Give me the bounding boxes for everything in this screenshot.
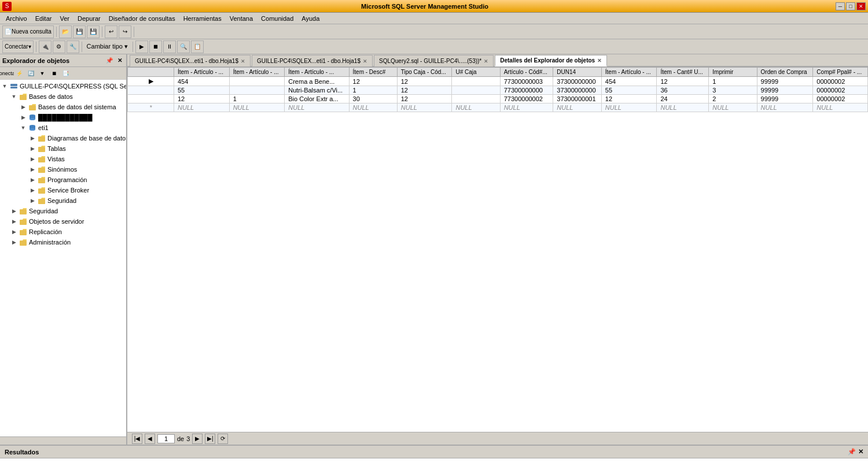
results-close-button[interactable]: ✕ [858, 448, 863, 456]
expander-eti1[interactable]: ▼ [19, 123, 28, 132]
expander-server_objects[interactable]: ▶ [9, 217, 19, 226]
tree-node-eti1[interactable]: ▼eti1 [0, 123, 126, 133]
expander-tables[interactable]: ▶ [28, 144, 37, 153]
tab-close-tab3[interactable]: ✕ [484, 58, 488, 64]
menu-ayuda[interactable]: Ayuda [298, 14, 323, 23]
redo-button[interactable]: ↪ [119, 25, 131, 38]
oe-pin-button[interactable]: 📌 [104, 57, 115, 64]
nav-next-button[interactable]: ▶ [192, 434, 203, 444]
tree-node-security_db[interactable]: ▶Seguridad [0, 195, 126, 206]
tree-node-dbs[interactable]: ▼Bases de datos [0, 91, 126, 102]
menu-comunidad[interactable]: Comunidad [258, 14, 297, 23]
menu-editar[interactable]: Editar [32, 14, 56, 23]
nav-last-button[interactable]: ▶| [205, 434, 215, 444]
tree-node-server[interactable]: ▼GUILLE-PC4\SQLEXPRESS (SQL Server 10.0.… [0, 81, 126, 91]
menu-diseno[interactable]: Diseñador de consultas [105, 14, 179, 23]
tb-btn-3[interactable]: 🔧 [67, 40, 79, 53]
oe-scrollbar[interactable] [0, 436, 126, 445]
tree-node-administration[interactable]: ▶Administración [0, 237, 126, 247]
label-replication: Replicación [29, 228, 62, 235]
icon-service_broker [37, 186, 46, 195]
col-indicator [128, 68, 174, 77]
expander-replication[interactable]: ▶ [9, 227, 19, 236]
connect-button[interactable]: Conectar▾ [2, 40, 34, 53]
tab-tab1[interactable]: GUILLE-PC4\SQLEX...eti1 - dbo.Hoja1$✕ [130, 55, 251, 66]
expander-views[interactable]: ▶ [28, 154, 37, 164]
tb-btn-8[interactable]: 📋 [191, 40, 204, 53]
tb-btn-7[interactable]: 🔍 [177, 40, 190, 53]
table-row-0[interactable]: ▶454Crema a Bene...121277300000003373000… [128, 77, 868, 86]
results-controls[interactable]: 📌 ✕ [848, 448, 863, 456]
tab-tab3[interactable]: SQLQuery2.sql - GUILLE-PC4\.....(53))*✕ [374, 55, 494, 66]
tree-node-diagrams[interactable]: ▶Diagramas de base de datos [0, 133, 126, 143]
oe-tree[interactable]: ▼GUILLE-PC4\SQLEXPRESS (SQL Server 10.0.… [0, 80, 126, 436]
oe-disconnect-button[interactable]: ⚡ [14, 68, 24, 79]
change-type-label[interactable]: Cambiar tipo ▾ [84, 43, 130, 50]
expander-server[interactable]: ▼ [0, 82, 9, 91]
nav-prev-button[interactable]: ◀ [145, 434, 155, 444]
table-row-3[interactable]: *NULLNULLNULLNULLNULLNULLNULLNULLNULLNUL… [128, 103, 868, 112]
menu-ver[interactable]: Ver [56, 14, 73, 23]
tree-node-synonyms[interactable]: ▶Sinónimos [0, 164, 126, 175]
expander-dbs[interactable]: ▼ [9, 92, 19, 101]
tb-btn-6[interactable]: ⏸ [163, 40, 176, 53]
oe-close-button[interactable]: ✕ [116, 57, 124, 64]
oe-sync-button[interactable]: 📑 [60, 68, 71, 79]
close-button[interactable]: ✕ [856, 2, 866, 10]
table-row-1[interactable]: 55Nutri-Balsam c/Vi...112773000000003730… [128, 86, 868, 95]
tree-node-server_objects[interactable]: ▶Objetos de servidor [0, 216, 126, 227]
expander-synonyms[interactable]: ▶ [28, 165, 37, 174]
tab-close-tab4[interactable]: ✕ [597, 58, 602, 64]
data-grid-container[interactable]: Ítem - Artículo - ...Ítem - Artículo - .… [127, 67, 868, 432]
maximize-button[interactable]: □ [846, 2, 855, 10]
expander-service_broker[interactable]: ▶ [28, 186, 37, 195]
open-button[interactable]: 📂 [59, 25, 72, 38]
svg-rect-22 [38, 188, 45, 194]
tb-btn-2[interactable]: ⚙ [53, 40, 65, 53]
oe-header-controls[interactable]: 📌 ✕ [104, 57, 124, 64]
tab-close-tab1[interactable]: ✕ [241, 58, 245, 64]
results-pin-button[interactable]: 📌 [848, 448, 856, 456]
tree-node-redacted1[interactable]: ▶████████████ [0, 112, 126, 123]
save-button[interactable]: 💾 [73, 25, 86, 38]
tree-node-security[interactable]: ▶Seguridad [0, 206, 126, 216]
menu-herramientas[interactable]: Herramientas [180, 14, 225, 23]
menu-archivo[interactable]: Archivo [2, 14, 31, 23]
tree-node-service_broker[interactable]: ▶Service Broker [0, 185, 126, 195]
tb-btn-5[interactable]: ⏹ [149, 40, 162, 53]
window-controls[interactable]: ─ □ ✕ [836, 2, 866, 10]
tree-node-programming[interactable]: ▶Programación [0, 175, 126, 185]
minimize-button[interactable]: ─ [836, 2, 845, 10]
nav-page-input[interactable] [157, 434, 175, 443]
expander-sys_dbs[interactable]: ▶ [19, 102, 28, 112]
oe-refresh-button[interactable]: 🔄 [25, 68, 36, 79]
nav-refresh-button[interactable]: ⟳ [218, 434, 228, 444]
tree-node-replication[interactable]: ▶Replicación [0, 227, 126, 237]
expander-security_db[interactable]: ▶ [28, 196, 37, 205]
oe-filter-button[interactable]: ▼ [37, 68, 47, 79]
expander-redacted1[interactable]: ▶ [19, 113, 28, 122]
save-all-button[interactable]: 💾 [87, 25, 100, 38]
tb-btn-4[interactable]: ▶ [135, 40, 148, 53]
expander-administration[interactable]: ▶ [9, 238, 19, 247]
nav-first-button[interactable]: |◀ [132, 434, 142, 444]
table-row-2[interactable]: 121Bio Color Extr a...301277300000002373… [128, 95, 868, 103]
new-query-button[interactable]: 📄 Nueva consulta [2, 25, 54, 38]
oe-connect-button[interactable]: Conectar▾ [2, 68, 13, 79]
tree-node-views[interactable]: ▶Vistas [0, 154, 126, 164]
expander-diagrams[interactable]: ▶ [28, 134, 37, 143]
tb-btn-1[interactable]: 🔌 [39, 40, 52, 53]
menu-ventana[interactable]: Ventana [226, 14, 256, 23]
undo-button[interactable]: ↩ [105, 25, 117, 38]
tree-node-tables[interactable]: ▶Tablas [0, 143, 126, 154]
oe-stop-button[interactable]: ⏹ [49, 68, 59, 79]
menu-depurar[interactable]: Depurar [74, 14, 104, 23]
tree-node-sys_dbs[interactable]: ▶Bases de datos del sistema [0, 102, 126, 112]
expander-security[interactable]: ▶ [9, 206, 19, 216]
tab-tab2[interactable]: GUILLE-PC4\SQLEX...eti1 - dbo.Hoja1$✕ [252, 55, 373, 66]
tab-tab4[interactable]: Detalles del Explorador de objetos✕ [495, 55, 607, 66]
cell-1-7: 37300000000 [553, 86, 602, 95]
tab-close-tab2[interactable]: ✕ [363, 58, 367, 64]
col-header-9: Ítem - Cant# U... [657, 68, 709, 77]
expander-programming[interactable]: ▶ [28, 175, 37, 184]
